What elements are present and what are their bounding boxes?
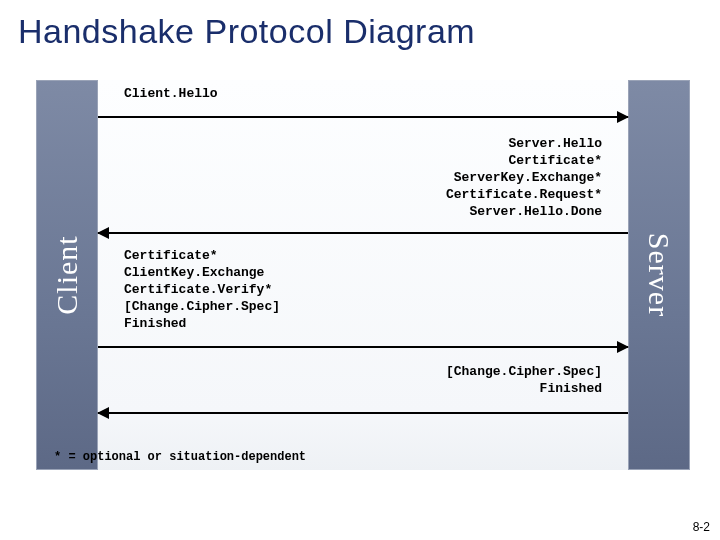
slide-number: 8-2	[693, 520, 710, 534]
message-line: Finished	[124, 316, 280, 333]
message-line: Finished	[446, 381, 602, 398]
message-line: Server.Hello	[446, 136, 602, 153]
client-label: Client	[50, 235, 84, 314]
message-lane: Client.Hello Server.HelloCertificate*Ser…	[98, 80, 628, 470]
msg-server-block: Server.HelloCertificate*ServerKey.Exchan…	[446, 136, 602, 220]
message-line: Certificate.Verify*	[124, 282, 280, 299]
diagram-stage: Client Server Client.Hello Server.HelloC…	[36, 80, 690, 470]
server-label: Server	[642, 233, 676, 317]
message-line: ClientKey.Exchange	[124, 265, 280, 282]
slide-title: Handshake Protocol Diagram	[0, 0, 720, 51]
message-line: Client.Hello	[124, 86, 218, 103]
msg-server-finish: [Change.Cipher.Spec]Finished	[446, 364, 602, 398]
arrow-server-block	[98, 232, 628, 234]
arrow-client-hello	[98, 116, 628, 118]
footnote: * = optional or situation-dependent	[54, 450, 306, 464]
msg-client-hello: Client.Hello	[124, 86, 218, 103]
arrow-server-finish	[98, 412, 628, 414]
message-line: ServerKey.Exchange*	[446, 170, 602, 187]
message-line: Certificate*	[124, 248, 280, 265]
client-rail: Client	[36, 80, 98, 470]
message-line: [Change.Cipher.Spec]	[446, 364, 602, 381]
msg-client-block: Certificate*ClientKey.ExchangeCertificat…	[124, 248, 280, 332]
message-line: Certificate.Request*	[446, 187, 602, 204]
message-line: Certificate*	[446, 153, 602, 170]
arrow-client-block	[98, 346, 628, 348]
message-line: [Change.Cipher.Spec]	[124, 299, 280, 316]
message-line: Server.Hello.Done	[446, 204, 602, 221]
server-rail: Server	[628, 80, 690, 470]
